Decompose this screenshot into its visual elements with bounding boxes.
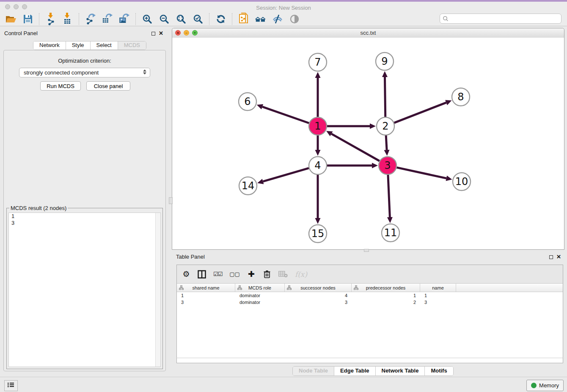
- result-scrollbar[interactable]: [155, 213, 160, 367]
- zoom-fit-icon[interactable]: [176, 14, 187, 25]
- mcds-result-line: 3: [9, 220, 160, 226]
- select-stepper-icon: [143, 69, 146, 75]
- graph-node-14[interactable]: 14: [239, 177, 257, 195]
- column-label: successor nodes: [300, 285, 336, 290]
- status-bar: Memory: [0, 377, 567, 392]
- edge-3-1[interactable]: [331, 134, 380, 161]
- column-header-shared-name[interactable]: shared name: [177, 284, 235, 292]
- export-image-icon[interactable]: [119, 14, 130, 25]
- vertical-splitter-handle[interactable]: [169, 197, 173, 204]
- tab-node-table[interactable]: Node Table: [293, 367, 334, 375]
- edge-3-10[interactable]: [396, 168, 446, 178]
- memory-status-icon: [531, 383, 537, 388]
- control-panel-buttons: ✕: [151, 31, 163, 36]
- mcds-result-title: MCDS result (2 nodes): [9, 205, 68, 211]
- close-panel-button[interactable]: Close panel: [86, 81, 130, 91]
- tab-select[interactable]: Select: [91, 41, 118, 50]
- column-header-successor-nodes[interactable]: successor nodes: [285, 284, 352, 292]
- float-table-panel-icon[interactable]: [549, 255, 553, 259]
- horizontal-splitter-handle[interactable]: [364, 249, 369, 252]
- memory-label: Memory: [539, 382, 559, 389]
- search-input[interactable]: [440, 14, 561, 24]
- column-tree-icon: [237, 285, 242, 291]
- network-canvas[interactable]: 1234678910111415: [172, 38, 564, 249]
- export-table-icon[interactable]: [102, 14, 113, 25]
- network-window-titlebar[interactable]: ✕ − + scc.txt: [172, 28, 564, 38]
- table-row[interactable]: 1dominator411: [177, 292, 563, 299]
- tab-network-table[interactable]: Network Table: [376, 367, 425, 375]
- graph-node-9[interactable]: 9: [376, 52, 394, 70]
- graph-node-3[interactable]: 3: [379, 157, 396, 174]
- mcds-result-textarea[interactable]: 13: [8, 213, 161, 367]
- table-hscrollbar[interactable]: [176, 358, 563, 363]
- graph-node-8[interactable]: 8: [452, 88, 470, 106]
- edge-2-8[interactable]: [394, 102, 446, 123]
- node-table: shared nameMCDS rolesuccessor nodesprede…: [177, 284, 563, 306]
- save-session-icon[interactable]: [22, 14, 33, 25]
- column-label: name: [432, 285, 444, 290]
- edge-2-3[interactable]: [386, 135, 387, 150]
- clone-network-icon[interactable]: [238, 14, 249, 25]
- graph-node-15[interactable]: 15: [309, 225, 327, 243]
- delete-column-icon[interactable]: [263, 269, 271, 279]
- run-mcds-button[interactable]: Run MCDS: [40, 81, 81, 91]
- graph-node-1[interactable]: 1: [309, 117, 327, 135]
- float-panel-icon[interactable]: [151, 32, 155, 36]
- refresh-icon[interactable]: [215, 14, 226, 25]
- column-label: MCDS role: [248, 285, 271, 290]
- tab-network[interactable]: Network: [33, 41, 66, 50]
- column-header-predecessor-nodes[interactable]: predecessor nodes: [352, 284, 420, 292]
- graph-node-2[interactable]: 2: [377, 117, 394, 135]
- graph-node-6[interactable]: 6: [239, 93, 256, 110]
- close-panel-icon[interactable]: ✕: [159, 31, 163, 36]
- table-settings-icon[interactable]: ⚙: [182, 269, 190, 279]
- network-close-button[interactable]: ✕: [175, 30, 181, 36]
- network-maximize-button[interactable]: +: [192, 30, 198, 36]
- edge-arrow-1-2: [370, 124, 376, 129]
- edge-3-11[interactable]: [388, 175, 390, 217]
- graph-node-10[interactable]: 10: [453, 173, 471, 190]
- task-history-button[interactable]: [4, 380, 18, 391]
- first-neighbors-icon[interactable]: [255, 14, 266, 25]
- column-header-MCDS-role[interactable]: MCDS role: [235, 284, 285, 292]
- zoom-selected-icon[interactable]: [193, 14, 204, 25]
- select-all-rows-icon[interactable]: ☑☑: [213, 269, 222, 279]
- edge-4-14[interactable]: [263, 168, 309, 182]
- network-minimize-button[interactable]: −: [184, 30, 189, 36]
- tab-mcds[interactable]: MCDS: [118, 41, 146, 50]
- tab-motifs[interactable]: Motifs: [425, 367, 453, 375]
- export-network-icon[interactable]: [85, 14, 96, 25]
- close-table-panel-icon[interactable]: ✕: [556, 255, 561, 259]
- network-graph[interactable]: 1234678910111415: [172, 38, 564, 249]
- graph-node-7[interactable]: 7: [309, 53, 327, 71]
- toolbar-group: [136, 14, 209, 25]
- mcds-panel: Optimization criterion: strongly connect…: [3, 50, 166, 371]
- node-label: 3: [384, 160, 391, 171]
- hide-graphics-details-icon[interactable]: [272, 14, 283, 25]
- node-label: 15: [311, 228, 325, 240]
- selected-option-label: strongly connected component: [24, 69, 99, 76]
- import-table-icon[interactable]: [62, 14, 73, 25]
- table-cell: dominator: [235, 299, 285, 306]
- tab-edge-table[interactable]: Edge Table: [334, 367, 375, 375]
- table-row[interactable]: 3dominator323: [177, 299, 563, 306]
- column-tree-icon: [179, 285, 184, 291]
- deselect-all-rows-icon[interactable]: ▢▢: [229, 269, 240, 279]
- mcds-result-group: MCDS result (2 nodes) 13: [6, 208, 163, 369]
- edge-arrow-4-3: [372, 163, 378, 168]
- optimization-criterion-select[interactable]: strongly connected component: [19, 68, 150, 77]
- memory-button[interactable]: Memory: [526, 380, 564, 391]
- zoom-out-icon[interactable]: [159, 14, 170, 25]
- edge-1-6[interactable]: [262, 107, 309, 123]
- zoom-in-icon[interactable]: [142, 14, 153, 25]
- graph-node-4[interactable]: 4: [309, 157, 327, 174]
- add-column-icon[interactable]: ✚: [247, 269, 256, 279]
- edge-2-9[interactable]: [385, 77, 385, 117]
- tab-style[interactable]: Style: [66, 41, 91, 50]
- import-network-icon[interactable]: [45, 14, 56, 25]
- column-tree-icon: [287, 285, 292, 291]
- toggle-panel-split-icon[interactable]: [198, 269, 206, 279]
- graph-node-11[interactable]: 11: [382, 224, 399, 242]
- column-header-name[interactable]: name: [420, 284, 456, 292]
- open-session-icon[interactable]: [6, 14, 17, 25]
